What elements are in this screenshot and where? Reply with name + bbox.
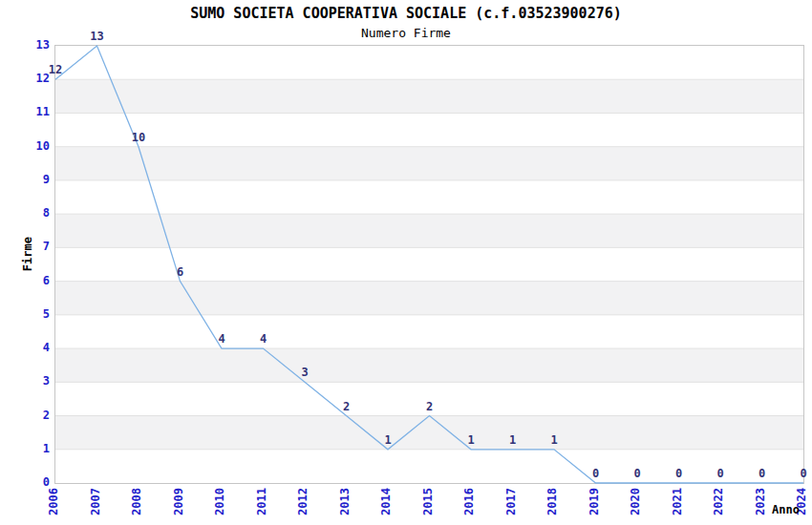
background-band	[55, 450, 803, 483]
x-tick-label: 2014	[379, 488, 393, 515]
point-value-label: 2	[426, 400, 433, 413]
line-chart-svg: 1213106443212111000000	[55, 46, 803, 483]
x-tick-label: 2010	[213, 488, 226, 515]
x-tick-label: 2006	[47, 488, 60, 515]
background-band	[55, 348, 803, 382]
background-band	[55, 247, 803, 281]
x-tick-label: 2016	[462, 488, 476, 515]
y-tick-label: 0	[15, 474, 50, 490]
point-value-label: 12	[49, 63, 62, 76]
x-tick-label: 2023	[754, 488, 767, 515]
x-tick-label: 2009	[172, 488, 185, 515]
x-tick-label: 2018	[545, 488, 559, 515]
y-tick-label: 9	[15, 172, 50, 187]
point-value-label: 2	[343, 400, 350, 413]
x-tick-label: 2015	[421, 488, 435, 515]
y-tick-label: 1	[15, 441, 50, 456]
background-band	[55, 113, 803, 146]
y-tick-label: 10	[15, 138, 50, 154]
background-band	[55, 315, 803, 348]
background-band	[55, 416, 803, 450]
x-tick-label: 2019	[588, 488, 601, 515]
point-value-label: 1	[384, 433, 391, 447]
y-tick-label: 5	[15, 306, 50, 322]
point-value-label: 0	[675, 467, 682, 480]
background-band	[55, 282, 803, 315]
y-tick-label: 6	[15, 273, 50, 288]
x-tick-label: 2013	[338, 488, 352, 515]
chart-figure: SUMO SOCIETA COOPERATIVA SOCIALE (c.f.03…	[0, 0, 812, 525]
x-tick-label: 2007	[89, 488, 102, 515]
chart-subtitle: Numero Firme	[0, 26, 812, 40]
point-value-label: 1	[467, 433, 474, 447]
point-value-label: 4	[218, 332, 224, 346]
point-value-label: 0	[759, 467, 765, 480]
y-tick-label: 13	[15, 37, 50, 52]
chart-title: SUMO SOCIETA COOPERATIVA SOCIALE (c.f.03…	[0, 5, 812, 22]
point-value-label: 6	[177, 265, 183, 279]
point-value-label: 0	[800, 467, 806, 480]
point-value-label: 0	[633, 467, 640, 480]
point-value-label: 13	[90, 30, 103, 43]
background-band	[55, 180, 803, 214]
x-tick-label: 2008	[130, 488, 143, 515]
background-band	[55, 147, 803, 180]
y-tick-label: 12	[15, 71, 50, 86]
point-value-label: 10	[132, 131, 145, 144]
point-value-label: 0	[716, 467, 723, 480]
background-band	[55, 79, 803, 113]
y-tick-label: 7	[15, 239, 50, 254]
point-value-label: 0	[592, 467, 599, 480]
point-value-label: 1	[550, 433, 557, 447]
x-tick-label: 2017	[504, 488, 518, 515]
x-tick-label: 2020	[629, 488, 642, 515]
plot-area: 1213106443212111000000	[54, 45, 804, 484]
y-tick-label: 8	[15, 205, 50, 220]
x-tick-label: 2012	[296, 488, 310, 515]
y-tick-label: 2	[15, 408, 50, 423]
x-tick-label: 2021	[671, 488, 684, 515]
y-tick-label: 11	[15, 104, 50, 119]
point-value-label: 1	[509, 433, 516, 447]
point-value-label: 3	[301, 366, 308, 379]
x-tick-label: 2011	[255, 488, 268, 515]
x-tick-label: 2022	[712, 488, 725, 515]
y-tick-label: 3	[15, 373, 50, 388]
y-tick-label: 4	[15, 340, 50, 355]
point-value-label: 4	[260, 332, 267, 346]
x-axis-title: Anno	[772, 503, 800, 516]
background-band	[55, 46, 803, 79]
